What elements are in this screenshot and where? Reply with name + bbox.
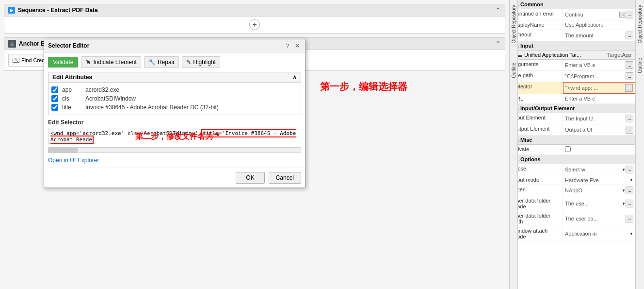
edit-selector-section: Edit Selector <wnd app='acrord32.exe' cl…	[48, 119, 301, 153]
anchor-icon: ⚓	[8, 40, 16, 48]
dialog-footer: OK Cancel	[44, 168, 305, 187]
user-data-folder-mode-btn[interactable]: ...	[626, 200, 633, 207]
cursor-icon: 🖱	[85, 59, 91, 66]
dialog-titlebar: Selector Editor ? ✕	[44, 39, 305, 52]
prop-row-user-data-folder-path: User data folder path The user da... ...	[510, 211, 635, 226]
attr-row-app: app acrord32.exe	[51, 85, 298, 94]
unified-app-value: TargetApp	[607, 52, 631, 58]
unified-app-label: Unified Application Tar...	[524, 52, 581, 58]
highlight-btn[interactable]: ✎ Highlight	[182, 56, 220, 68]
input-element-value: The Input U. ...	[563, 113, 635, 124]
arguments-value: Enter a VB e ...	[563, 60, 635, 70]
sidebar-tab-strip: Object Repository Outline	[509, 0, 518, 289]
private-value	[563, 145, 635, 154]
continue-on-error-text: Continu	[565, 12, 619, 17]
continue-on-error-value: Continu □ ...	[563, 9, 635, 20]
ok-btn[interactable]: OK	[236, 172, 264, 184]
attrs-collapse-btn[interactable]: ∧	[292, 74, 297, 81]
file-path-value: "C:\Program ... ...	[563, 71, 635, 82]
arguments-btn[interactable]: ...	[626, 61, 633, 69]
continue-on-error-square: □	[619, 12, 625, 17]
unified-app-toggle[interactable]: ▬	[517, 52, 522, 58]
user-data-folder-mode-value: The use... ▼ ...	[563, 196, 635, 211]
window-attach-mode-text: Application in	[565, 231, 629, 237]
prop-row-continue-on-error: Continue on error Continu □ ...	[510, 9, 635, 20]
prop-section-input: ▬ Input	[510, 41, 635, 51]
attr-value-title: Invoice #38645 - Adobe Acrobat Reader DC…	[85, 104, 219, 111]
output-element-btn[interactable]: ...	[626, 126, 633, 134]
prop-row-arguments: Arguments Enter a VB e ...	[510, 60, 635, 71]
user-data-folder-mode-dropdown: The use... ▼	[565, 201, 626, 206]
edit-selector-label: Edit Selector	[48, 119, 301, 126]
prop-row-url: URL Enter a VB e	[510, 94, 635, 104]
file-path-btn[interactable]: ...	[626, 72, 633, 80]
continue-on-error-btn[interactable]: ...	[626, 11, 633, 18]
open-in-ui-explorer-link[interactable]: Open in UI Explorer	[48, 157, 99, 164]
prop-row-file-path: File path "C:\Program ... ...	[510, 71, 635, 82]
open-dropdown: NAppO ▼	[565, 187, 626, 193]
dialog-close-btn[interactable]: ✕	[293, 42, 301, 50]
display-name-value: Use Application:	[563, 20, 635, 30]
open-btn[interactable]: ...	[626, 187, 633, 194]
window-attach-mode-value: Application in ▼	[563, 226, 635, 241]
window-attach-mode-arrow: ▼	[629, 232, 633, 236]
sidebar-tab-outline[interactable]: Outline	[511, 63, 516, 78]
dialog-toolbar: Validate 🖱 Indicate Element 🔧 Repair ✎ H…	[48, 56, 301, 68]
close-value: Select w ▼ ...	[563, 164, 635, 175]
anchor-collapse-btn[interactable]: ⌃	[495, 40, 501, 48]
url-value: Enter a VB e	[563, 94, 635, 103]
private-checkbox[interactable]	[565, 146, 571, 152]
add-activity-btn[interactable]: +	[249, 19, 260, 30]
attr-row-title: title Invoice #38645 - Adobe Acrobat Rea…	[51, 103, 298, 112]
attr-value-app: acrord32.exe	[85, 86, 119, 93]
output-element-value: Output a UI ...	[563, 124, 635, 135]
file-path-text: "C:\Program ...	[565, 73, 626, 79]
right-sidebar: Object Repository Outline	[635, 0, 644, 289]
dialog-body: Validate 🖱 Indicate Element 🔧 Repair ✎ H…	[44, 52, 305, 168]
indicate-element-btn[interactable]: 🖱 Indicate Element	[81, 56, 141, 68]
properties-panel: ▬ Common Continue on error Continu □ ...…	[509, 0, 635, 289]
common-section-label: Common	[520, 1, 544, 7]
prop-section-misc: ▬ Misc	[510, 136, 635, 145]
input-mode-value: Hardware Eve ▼	[563, 175, 635, 185]
dialog-help-btn[interactable]: ?	[284, 42, 291, 50]
selector-btn[interactable]: ...	[625, 84, 633, 92]
user-data-folder-mode-text: The use...	[565, 201, 622, 206]
attr-check-cls[interactable]	[51, 95, 58, 102]
close-text: Select w	[565, 167, 622, 172]
attr-check-title[interactable]	[51, 104, 58, 111]
selector-text: "<wnd app: ...	[565, 85, 625, 91]
prop-row-window-attach-mode: Window attach mode Application in ▼	[510, 226, 635, 241]
attr-value-cls: AcrobatSDIWindow	[85, 95, 136, 102]
timeout-value: The amount ...	[563, 30, 635, 41]
find-activity-icon: 🔍	[13, 58, 19, 63]
prop-row-display-name: DisplayName Use Application:	[510, 20, 635, 30]
attr-name-app: app	[62, 86, 81, 93]
timeout-btn[interactable]: ...	[626, 32, 633, 39]
repair-icon: 🔧	[148, 59, 156, 66]
output-element-text: Output a UI	[565, 127, 626, 133]
sidebar-tab-object-repository-right[interactable]: Object Repository	[637, 5, 643, 43]
close-dropdown-arrow: ▼	[622, 168, 626, 172]
prop-row-input-mode: Input mode Hardware Eve ▼	[510, 175, 635, 185]
input-mode-text: Hardware Eve	[565, 177, 629, 183]
input-element-btn[interactable]: ...	[626, 115, 633, 122]
sidebar-tab-object-repository[interactable]: Object Repository	[511, 5, 516, 43]
sequence-header: ▶ Sequence - Extract PDF Data ⌃	[4, 4, 505, 17]
sequence-collapse-btn[interactable]: ⌃	[495, 6, 501, 14]
user-data-folder-path-btn[interactable]: ...	[626, 215, 633, 222]
selector-scrollbar[interactable]	[48, 147, 301, 153]
input-element-text: The Input U.	[565, 116, 626, 121]
prop-row-timeout: Timeout The amount ...	[510, 30, 635, 41]
attr-check-app[interactable]	[51, 86, 58, 93]
cancel-btn[interactable]: Cancel	[269, 172, 301, 184]
repair-btn[interactable]: 🔧 Repair	[144, 56, 179, 68]
sequence-panel: ▶ Sequence - Extract PDF Data ⌃ +	[4, 4, 505, 34]
prop-row-close: Close Select w ▼ ...	[510, 164, 635, 175]
input-section-label: Input	[520, 43, 533, 49]
sidebar-tab-outline-right[interactable]: Outline	[637, 58, 643, 73]
close-btn[interactable]: ...	[626, 166, 633, 173]
validate-btn[interactable]: Validate	[48, 57, 78, 68]
attr-name-title: title	[62, 104, 81, 111]
edit-attributes-header: Edit Attributes ∧	[48, 72, 301, 83]
